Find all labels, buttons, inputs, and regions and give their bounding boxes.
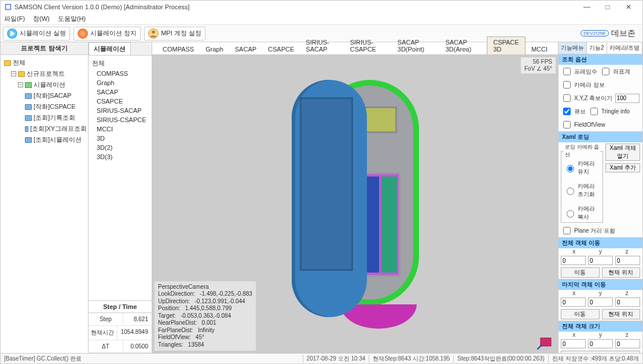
run-simulation-button[interactable]: 시뮬레이션 실행 — [3, 27, 70, 41]
view-tabs: COMPASSGraphSACAPCSAPCESIRIUS-SACAPSIRIU… — [152, 42, 558, 55]
expand-icon[interactable]: − — [11, 71, 16, 76]
axis-gizmo[interactable] — [537, 334, 554, 350]
size-all-y[interactable] — [588, 339, 613, 348]
list-item[interactable]: 3D(3) — [92, 152, 148, 161]
radio-keep-cam[interactable]: 카메라 유지 — [564, 160, 600, 176]
view-tab[interactable]: Graph — [200, 44, 229, 54]
view-tab[interactable]: SACAP 3D(Point) — [392, 37, 440, 54]
list-item[interactable]: SIRIUS-CSAPCE — [92, 115, 148, 124]
list-item[interactable]: MCCI — [92, 124, 148, 134]
camera-info-overlay: PerspectiveCameraLookDirection: -1.498,-… — [155, 281, 256, 351]
move-last-btn[interactable]: 이동 — [561, 309, 600, 319]
list-item[interactable]: 3D(2) — [92, 143, 148, 152]
fps-overlay: 56 FPSFoV ∠ 45° — [521, 57, 556, 73]
section-move-all: 전체 객체 이동 — [559, 238, 642, 248]
leaf-icon — [25, 137, 32, 143]
move-all-z[interactable] — [615, 256, 640, 265]
list-item[interactable]: SACAP — [92, 87, 148, 97]
menu-window[interactable]: 창(W) — [33, 14, 50, 23]
leaf-icon — [25, 126, 28, 132]
project-tree: 전체 −신규프로젝트 −시뮬레이션 [작화]SACAP [작화]CSPACE [… — [1, 55, 88, 148]
move-last-current[interactable]: 현재 위치 — [602, 309, 641, 319]
cb-plane-dist[interactable]: Plane 거리 포함 — [561, 225, 615, 236]
view-tab[interactable]: SACAP — [229, 44, 262, 54]
view-tab[interactable]: SIRIUS-CSAPCE — [344, 37, 392, 54]
xyz-length-input[interactable] — [615, 94, 640, 103]
list-item[interactable]: COMPASS — [92, 69, 148, 78]
tree-item-simulation[interactable]: −시뮬레이션 — [2, 79, 87, 90]
radio-reset-cam[interactable]: 카메라 초기화 — [564, 182, 600, 198]
move-last-y[interactable] — [588, 297, 613, 307]
move-all-x[interactable] — [561, 256, 586, 265]
list-item[interactable]: SIRIUS-SACAP — [92, 106, 148, 115]
expand-icon[interactable]: − — [18, 82, 23, 87]
close-button[interactable]: ✕ — [618, 1, 639, 13]
view-tab[interactable]: SACAP 3D(Area) — [440, 37, 487, 54]
move-all-btn[interactable]: 이동 — [561, 267, 600, 278]
status-work: Step:8643작업완료(00:00:00.263) — [453, 355, 548, 363]
svg-line-5 — [537, 345, 542, 350]
radio-copy-cam[interactable]: 카메라 복사 — [564, 205, 600, 221]
maximize-button[interactable]: □ — [597, 1, 618, 13]
move-all-current[interactable]: 현재 위치 — [602, 267, 641, 278]
minimize-button[interactable]: — — [576, 1, 597, 13]
view-tab[interactable]: CSPACE 3D — [487, 36, 526, 54]
tree-item-simview[interactable]: [조회]시뮬레이션 — [2, 134, 87, 145]
view-tab[interactable]: SIRIUS-SACAP — [300, 37, 344, 54]
simulation-list: 전체 COMPASS Graph SACAP CSAPCE SIRIUS-SAC… — [89, 56, 152, 164]
mid-tab-simulation[interactable]: 시뮬레이션 — [89, 42, 131, 55]
status-step: 현재Step:8643 시간:1058.195 — [369, 355, 453, 363]
svg-rect-4 — [541, 338, 551, 346]
app-icon — [4, 3, 12, 11]
leaf-icon — [25, 115, 32, 121]
xaml-add-button[interactable]: Xaml 추가 — [605, 163, 640, 172]
list-item[interactable]: Graph — [92, 78, 148, 87]
cb-xyzshow[interactable]: X,Y,Z 축보이기 — [561, 93, 613, 104]
stop-simulation-button[interactable]: 시뮬레이션 정지 — [74, 27, 141, 41]
stop-icon — [78, 28, 88, 39]
tree-item-cspace[interactable]: [작화]CSPACE — [2, 101, 87, 112]
view-tab[interactable]: COMPASS — [157, 44, 200, 54]
rtab-camera[interactable]: 카메라/조명 — [607, 42, 643, 54]
list-item[interactable]: CSAPCE — [92, 97, 148, 106]
cb-axis[interactable]: 좌표계 — [600, 66, 630, 77]
tree-item-new-project[interactable]: −신규프로젝트 — [2, 68, 87, 79]
tree-item-all[interactable]: 전체 — [2, 57, 87, 68]
rtab-menu2[interactable]: 기능2 — [587, 42, 607, 54]
cb-fov[interactable]: FieldOfView — [561, 119, 605, 130]
cb-cube[interactable]: 큐브 — [561, 106, 586, 117]
tree-item-xygraph[interactable]: [조회]XY그래프조회 — [2, 123, 87, 134]
view-tab[interactable]: MCCI — [526, 44, 553, 54]
list-item[interactable]: 3D — [92, 134, 148, 143]
view-tab[interactable]: CSAPCE — [262, 44, 300, 54]
3d-viewport[interactable]: 56 FPSFoV ∠ 45° PerspectiveCameraLookDir… — [152, 55, 558, 353]
list-item[interactable]: 전체 — [92, 58, 148, 69]
cb-frame[interactable]: 프레임수 — [561, 66, 597, 77]
rtab-menu[interactable]: 기능메뉴 — [559, 42, 587, 54]
section-view-options: 조회 옵션 — [559, 54, 642, 65]
play-icon — [7, 28, 17, 39]
move-last-x[interactable] — [561, 297, 586, 307]
menu-file[interactable]: 파일(F) — [4, 14, 25, 23]
user-icon — [148, 28, 159, 39]
section-move-last: 마지막 객체 이동 — [559, 280, 642, 290]
menu-help[interactable]: 도움말(H) — [58, 14, 86, 23]
mpi-settings-button[interactable]: MPI 계정 설정 — [144, 27, 205, 41]
step-time-header: Step / Time — [89, 301, 152, 313]
size-all-z[interactable] — [615, 339, 640, 348]
xaml-open-button[interactable]: Xaml 객체 열기 — [605, 144, 640, 161]
move-last-z[interactable] — [615, 297, 640, 307]
tree-item-record[interactable]: [조회]기록조회 — [2, 112, 87, 123]
size-all-x[interactable] — [561, 339, 586, 348]
sim-icon — [25, 82, 32, 88]
status-left: [BaseTimer] GC.Collect() 완료 — [1, 355, 303, 363]
tree-item-sacap[interactable]: [작화]SACAP — [2, 90, 87, 101]
section-size-all: 전체 객체 크기 — [559, 321, 642, 332]
status-mem: 전체 저장갯수 :499개 초당:0.48개 — [548, 355, 642, 363]
move-all-y[interactable] — [588, 256, 613, 265]
project-explorer-header: 프로젝트 탐색기 — [1, 42, 88, 55]
leaf-icon — [25, 93, 32, 99]
cb-tri[interactable]: Tringle info — [588, 106, 630, 117]
step-value: 8,621 — [123, 313, 152, 325]
cb-caminfo[interactable]: 카메라 정보 — [561, 79, 605, 90]
